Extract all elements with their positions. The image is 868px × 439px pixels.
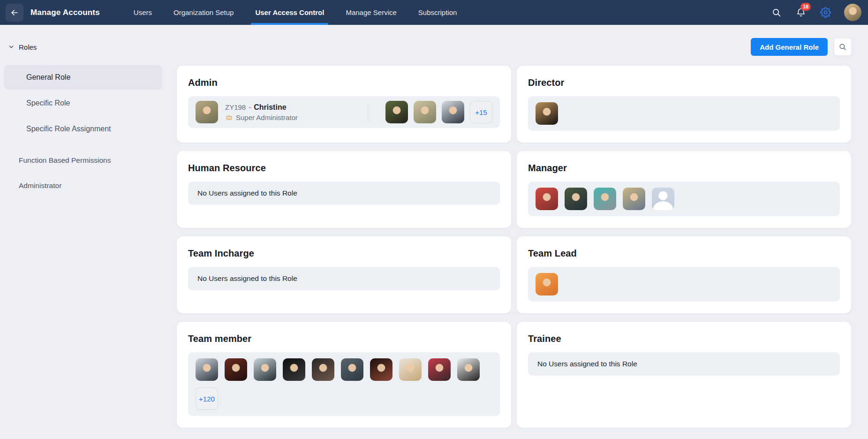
user-avatar[interactable]	[565, 188, 587, 210]
tab-manage-service[interactable]: Manage Service	[346, 0, 396, 25]
user-avatar[interactable]	[414, 101, 436, 123]
role-title: Trainee	[528, 333, 840, 344]
search-icon	[838, 43, 847, 51]
user-avatar[interactable]	[536, 102, 558, 125]
user-avatar[interactable]	[536, 273, 558, 295]
empty-role-panel: No Users assigned to this Role	[188, 182, 500, 205]
more-users-chip[interactable]: +120	[196, 387, 218, 410]
header-actions: Add General Role	[751, 38, 852, 56]
role-card-manager: Manager	[516, 151, 852, 228]
more-users-chip[interactable]: +15	[470, 101, 492, 123]
user-avatar-placeholder[interactable]	[652, 188, 674, 210]
role-card-team-lead: Team Lead	[516, 236, 852, 314]
crown-icon	[225, 114, 233, 121]
add-general-role-button[interactable]: Add General Role	[751, 38, 828, 56]
tab-organization-setup[interactable]: Organization Setup	[174, 0, 234, 25]
role-card-team-incharge: Team Incharge No Users assigned to this …	[176, 236, 512, 314]
role-title: Admin	[188, 77, 500, 88]
roles-section-toggle[interactable]: Roles	[8, 43, 37, 51]
tab-users[interactable]: Users	[134, 0, 152, 25]
role-users-panel	[528, 267, 840, 302]
tab-user-access-control[interactable]: User Access Control	[255, 0, 324, 25]
user-meta: ZY198 - Christine Super Administrator	[225, 103, 298, 121]
role-users-panel: +120	[188, 352, 500, 416]
role-title: Manager	[528, 163, 840, 174]
user-avatar[interactable]	[196, 358, 218, 381]
search-button[interactable]	[834, 38, 852, 56]
empty-role-panel: No Users assigned to this Role	[188, 267, 500, 290]
content-body: General Role Specific Role Specific Role…	[0, 65, 868, 428]
role-users-panel	[528, 96, 840, 131]
empty-role-message: No Users assigned to this Role	[537, 360, 637, 368]
sidebar-item-specific-role[interactable]: Specific Role	[4, 91, 162, 115]
settings-gear-icon[interactable]	[820, 7, 831, 18]
user-avatar[interactable]	[428, 358, 451, 381]
role-title: Team Lead	[528, 248, 840, 259]
user-avatar[interactable]	[254, 358, 276, 381]
notifications-bell-icon[interactable]: 18	[795, 7, 807, 18]
user-avatar[interactable]	[399, 358, 422, 381]
role-title: Team Incharge	[188, 248, 500, 259]
role-card-trainee: Trainee No Users assigned to this Role	[516, 321, 852, 428]
sidebar-item-administrator[interactable]: Administrator	[4, 173, 162, 198]
role-card-admin: Admin ZY198 - Christine Super Administra…	[176, 65, 512, 143]
notification-badge: 18	[800, 3, 811, 11]
user-role-label: Super Administrator	[236, 114, 298, 121]
user-avatar[interactable]	[385, 101, 408, 123]
user-avatar[interactable]	[225, 358, 247, 381]
role-title: Director	[528, 77, 840, 88]
roles-section-label: Roles	[19, 43, 37, 51]
user-avatar[interactable]	[312, 358, 334, 381]
main-tabs: Users Organization Setup User Access Con…	[134, 0, 479, 25]
manage-accounts-page: Manage Accounts Users Organization Setup…	[0, 0, 868, 439]
user-id: ZY198	[225, 103, 246, 111]
user-avatar[interactable]	[623, 188, 645, 210]
sidebar: General Role Specific Role Specific Role…	[0, 65, 162, 198]
empty-role-message: No Users assigned to this Role	[197, 274, 297, 282]
role-card-director: Director	[516, 65, 852, 143]
back-button[interactable]	[6, 4, 23, 22]
user-avatar[interactable]	[341, 358, 363, 381]
sidebar-item-general-role[interactable]: General Role	[4, 65, 162, 90]
empty-role-panel: No Users assigned to this Role	[528, 352, 840, 376]
admin-primary-user-row[interactable]: ZY198 - Christine Super Administrator	[188, 96, 500, 128]
page-title: Manage Accounts	[30, 8, 100, 17]
role-users-panel	[528, 182, 840, 216]
user-id-separator: -	[249, 103, 251, 111]
topbar-actions: 18	[771, 4, 861, 21]
tab-subscription[interactable]: Subscription	[418, 0, 457, 25]
topbar: Manage Accounts Users Organization Setup…	[0, 0, 868, 25]
user-avatar[interactable]	[370, 358, 392, 381]
admin-other-users: +15	[385, 101, 492, 123]
role-card-team-member: Team member +120	[176, 321, 512, 428]
user-name: Christine	[254, 103, 286, 112]
divider	[368, 103, 368, 121]
sidebar-item-specific-role-assignment[interactable]: Specific Role Assignment	[4, 117, 162, 141]
arrow-left-icon	[10, 8, 19, 17]
user-avatar[interactable]	[283, 358, 305, 381]
role-card-human-resource: Human Resource No Users assigned to this…	[176, 151, 512, 228]
role-title: Team member	[188, 333, 500, 344]
profile-avatar[interactable]	[844, 4, 861, 21]
content-header: Roles Add General Role	[0, 25, 868, 65]
search-icon[interactable]	[771, 7, 782, 18]
sidebar-item-function-based-permissions[interactable]: Function Based Permissions	[4, 148, 162, 173]
user-avatar[interactable]	[442, 101, 464, 123]
user-avatar[interactable]	[594, 188, 616, 210]
chevron-down-icon	[8, 44, 14, 50]
role-title: Human Resource	[188, 163, 500, 174]
user-avatar[interactable]	[536, 188, 558, 210]
user-avatar[interactable]	[196, 101, 218, 123]
user-avatar[interactable]	[457, 358, 480, 381]
empty-role-message: No Users assigned to this Role	[197, 189, 297, 197]
roles-grid: Admin ZY198 - Christine Super Administra…	[176, 65, 852, 428]
